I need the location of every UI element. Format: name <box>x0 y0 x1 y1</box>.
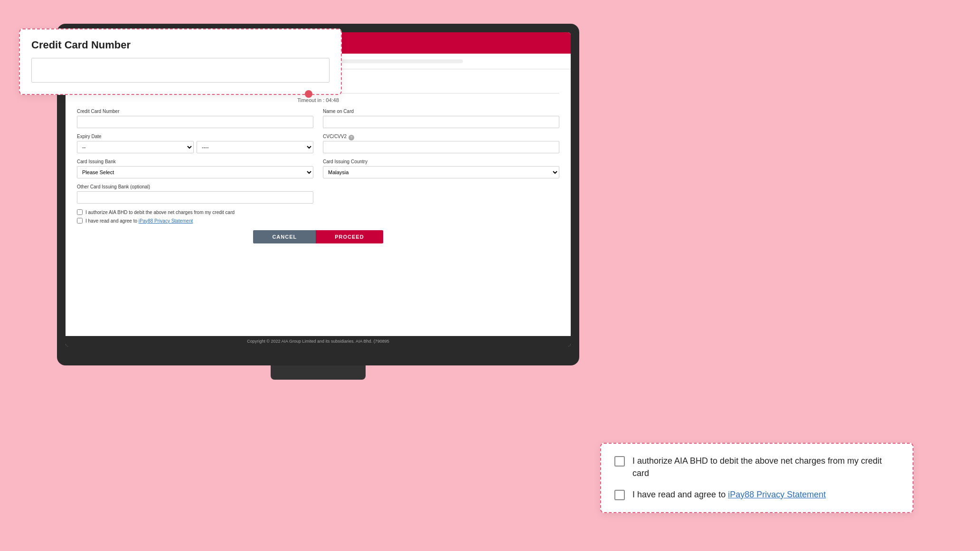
checkbox-area: I authorize AIA BHD to debit the above n… <box>77 209 559 224</box>
cancel-button[interactable]: CANCEL <box>253 230 316 243</box>
footer-text: Copyright © 2022 AIA Group Limited and i… <box>247 339 389 344</box>
cc-number-input[interactable] <box>77 116 313 128</box>
floating-privacy-link[interactable]: iPay88 Privacy Statement <box>728 490 826 499</box>
spacer-group <box>323 184 559 204</box>
floating-privacy-text: I have read and agree to iPay88 Privacy … <box>632 489 826 501</box>
cvc-info-icon: ? <box>349 135 354 140</box>
payment-footer: Copyright © 2022 AIA Group Limited and i… <box>66 336 571 346</box>
card-issuing-country-label: Card Issuing Country <box>323 159 559 164</box>
button-row: CANCEL PROCEED <box>77 230 559 243</box>
expiry-label: Expiry Date <box>77 134 313 139</box>
payment-content: Reference No/Payment ID MYP3317062 / T15… <box>66 69 571 336</box>
floating-ccnum-card: Credit Card Number <box>19 28 342 95</box>
privacy-checkbox-row: I have read and agree to iPay88 Privacy … <box>77 218 559 224</box>
floating-checks-card: I authorize AIA BHD to debit the above n… <box>600 443 914 513</box>
privacy-link[interactable]: iPay88 Privacy Statement <box>139 218 193 224</box>
privacy-checkbox[interactable] <box>77 218 83 224</box>
other-bank-label: Other Card Issuing Bank (optional) <box>77 184 313 189</box>
form-row-2: Expiry Date -- ---- CVC/CVV2 <box>77 134 559 153</box>
auth-label: I authorize AIA BHD to debit the above n… <box>85 210 235 215</box>
card-issuing-bank-group: Card Issuing Bank Please Select <box>77 159 313 178</box>
card-issuing-country-group: Card Issuing Country Malaysia <box>323 159 559 178</box>
connector-dot-ccnum <box>305 90 312 98</box>
other-bank-group: Other Card Issuing Bank (optional) <box>77 184 313 204</box>
form-row-4: Other Card Issuing Bank (optional) <box>77 184 559 204</box>
cc-number-label: Credit Card Number <box>77 109 313 114</box>
floating-ccnum-title: Credit Card Number <box>31 39 330 51</box>
name-on-card-label: Name on Card <box>323 109 559 114</box>
auth-checkbox[interactable] <box>77 209 83 215</box>
laptop-stand <box>271 365 366 380</box>
form-row-3: Card Issuing Bank Please Select Card Iss… <box>77 159 559 178</box>
cvc-input[interactable] <box>323 141 559 153</box>
expiry-group: Expiry Date -- ---- <box>77 134 313 153</box>
card-issuing-bank-select[interactable]: Please Select <box>77 166 313 178</box>
floating-auth-row: I authorize AIA BHD to debit the above n… <box>614 455 899 479</box>
floating-privacy-checkbox-box <box>614 490 625 500</box>
timeout-display: Timeout in : 04:48 <box>77 97 559 103</box>
form-row-1: Credit Card Number Name on Card <box>77 109 559 128</box>
floating-auth-text: I authorize AIA BHD to debit the above n… <box>632 455 899 479</box>
expiry-month-select[interactable]: -- <box>77 141 194 153</box>
floating-ccnum-input[interactable] <box>31 58 330 83</box>
cvc-group: CVC/CVV2 ? <box>323 134 559 153</box>
cc-number-group: Credit Card Number <box>77 109 313 128</box>
cvc-label: CVC/CVV2 <box>323 134 347 139</box>
name-on-card-group: Name on Card <box>323 109 559 128</box>
card-issuing-bank-label: Card Issuing Bank <box>77 159 313 164</box>
floating-privacy-row: I have read and agree to iPay88 Privacy … <box>614 489 899 501</box>
privacy-label-text: I have read and agree to iPay88 Privacy … <box>85 218 193 224</box>
auth-checkbox-row: I authorize AIA BHD to debit the above n… <box>77 209 559 215</box>
name-on-card-input[interactable] <box>323 116 559 128</box>
proceed-button[interactable]: PROCEED <box>316 230 383 243</box>
card-issuing-country-select[interactable]: Malaysia <box>323 166 559 178</box>
expiry-year-select[interactable]: ---- <box>197 141 313 153</box>
other-bank-input[interactable] <box>77 191 313 204</box>
floating-auth-checkbox-box <box>614 456 625 467</box>
cvc-label-wrap: CVC/CVV2 ? <box>323 134 559 141</box>
expiry-selects: -- ---- <box>77 141 313 153</box>
